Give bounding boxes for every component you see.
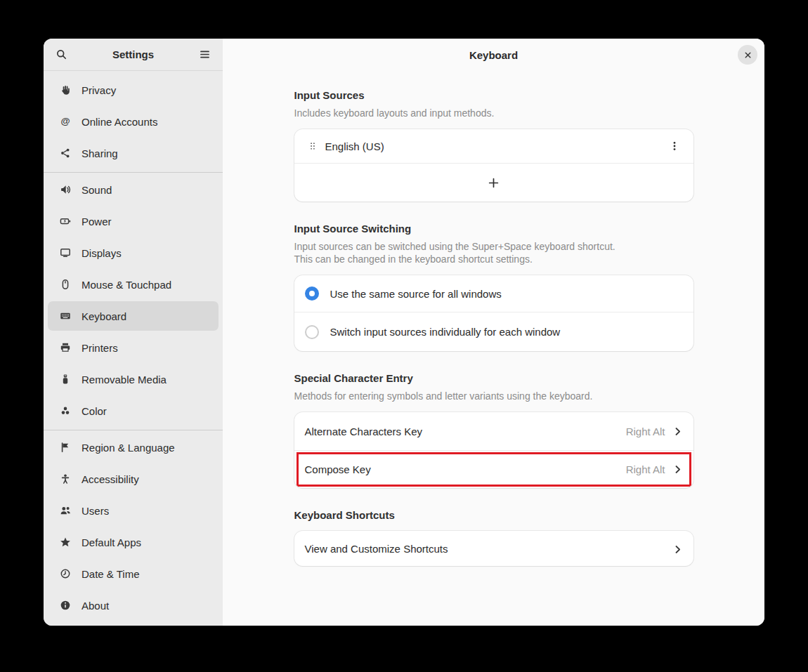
- option-same-source-all-windows[interactable]: Use the same source for all windows: [294, 275, 693, 312]
- section-heading: Input Sources: [294, 89, 693, 101]
- sidebar-item-privacy[interactable]: Privacy: [48, 75, 219, 105]
- sidebar-item-displays[interactable]: Displays: [48, 238, 219, 268]
- sidebar-item-label: Displays: [82, 247, 122, 259]
- monitor-icon: [60, 247, 71, 258]
- panel-content: Input Sources Includes keyboard layouts …: [223, 71, 764, 626]
- sidebar-item-label: Default Apps: [82, 536, 141, 548]
- battery-icon: [60, 216, 71, 227]
- sidebar-item-default-apps[interactable]: Default Apps: [48, 527, 219, 557]
- sidebar-nav: Privacy Online Accounts Sharing Sound Po…: [44, 71, 223, 626]
- alternate-characters-key-row[interactable]: Alternate Characters Key Right Alt: [294, 412, 693, 450]
- sidebar-item-printers[interactable]: Printers: [48, 333, 219, 362]
- sidebar-item-removable-media[interactable]: Removable Media: [48, 364, 219, 394]
- sidebar-item-label: About: [82, 600, 109, 612]
- chevron-right-icon: [672, 464, 683, 475]
- compose-key-row[interactable]: Compose Key Right Alt: [294, 450, 693, 488]
- at-icon: [60, 116, 71, 127]
- input-sources-card: English (US): [294, 129, 693, 202]
- gnome-settings-window: Settings Privacy Online Accounts Sharing…: [44, 39, 764, 626]
- sidebar-item-region-language[interactable]: Region & Language: [48, 433, 219, 462]
- accessibility-icon: [60, 473, 71, 485]
- star-icon: [60, 536, 71, 548]
- info-icon: [60, 600, 71, 611]
- section-heading: Special Character Entry: [294, 372, 693, 384]
- speaker-icon: [60, 184, 71, 195]
- section-description-line1: Input sources can be switched using the …: [294, 240, 693, 253]
- color-icon: [60, 405, 71, 416]
- desktop-background: Settings Privacy Online Accounts Sharing…: [0, 0, 808, 672]
- plus-icon: [488, 177, 500, 189]
- clock-icon: [60, 568, 71, 579]
- close-button[interactable]: [738, 45, 757, 65]
- chevron-right-icon: [672, 543, 683, 554]
- sidebar-item-sharing[interactable]: Sharing: [48, 138, 219, 168]
- settings-sidebar: Settings Privacy Online Accounts Sharing…: [44, 39, 223, 626]
- sidebar-item-mouse-touchpad[interactable]: Mouse & Touchpad: [48, 270, 219, 299]
- sidebar-item-label: Region & Language: [82, 442, 175, 454]
- sidebar-item-power[interactable]: Power: [48, 206, 219, 236]
- hand-icon: [60, 84, 71, 95]
- keyboard-shortcuts-card: View and Customize Shortcuts: [294, 531, 693, 566]
- close-icon: [743, 51, 752, 60]
- sidebar-item-keyboard[interactable]: Keyboard: [48, 301, 219, 331]
- sidebar-item-label: Keyboard: [82, 310, 126, 322]
- hamburger-menu-icon: [199, 48, 211, 60]
- section-heading: Input Source Switching: [294, 223, 693, 235]
- printer-icon: [60, 342, 71, 353]
- row-value: Right Alt: [626, 426, 665, 437]
- section-description: Includes keyboard layouts and input meth…: [294, 107, 693, 119]
- sidebar-headerbar: Settings: [44, 39, 223, 71]
- switching-options-card: Use the same source for all windows Swit…: [294, 275, 693, 351]
- sidebar-item-label: Accessibility: [82, 473, 139, 485]
- sidebar-item-label: Online Accounts: [82, 116, 157, 128]
- sidebar-item-sound[interactable]: Sound: [48, 175, 219, 204]
- keyboard-panel: Keyboard Input Sources Includes keyboard…: [223, 39, 764, 626]
- radio-button[interactable]: [305, 286, 319, 301]
- special-character-entry-section: Special Character Entry Methods for ente…: [294, 372, 693, 488]
- flag-icon: [60, 442, 71, 453]
- input-source-row-english-us: English (US): [294, 129, 693, 163]
- sidebar-title: Settings: [70, 48, 196, 60]
- keyboard-icon: [60, 310, 71, 322]
- sidebar-item-about[interactable]: About: [48, 591, 219, 620]
- sidebar-item-label: Users: [82, 505, 109, 517]
- row-value: Right Alt: [626, 463, 665, 475]
- section-description-line2: This can be changed in the keyboard shor…: [294, 253, 693, 265]
- sidebar-item-label: Power: [82, 216, 112, 228]
- keyboard-shortcuts-section: Keyboard Shortcuts View and Customize Sh…: [294, 509, 693, 566]
- chevron-right-icon: [672, 426, 683, 437]
- search-icon: [56, 48, 67, 60]
- panel-headerbar: Keyboard: [223, 39, 764, 71]
- share-icon: [60, 147, 71, 159]
- option-switch-per-window[interactable]: Switch input sources individually for ea…: [294, 312, 693, 351]
- section-heading: Keyboard Shortcuts: [294, 509, 693, 521]
- sidebar-item-label: Date & Time: [82, 568, 140, 580]
- sidebar-item-label: Privacy: [82, 84, 116, 96]
- view-customize-shortcuts-row[interactable]: View and Customize Shortcuts: [294, 531, 693, 566]
- add-input-source-button[interactable]: [294, 163, 693, 202]
- section-description: Methods for entering symbols and letter …: [294, 390, 693, 402]
- input-source-options-button[interactable]: [666, 138, 683, 154]
- users-icon: [60, 505, 71, 516]
- sidebar-item-label: Removable Media: [82, 374, 167, 386]
- sidebar-item-label: Sound: [82, 184, 112, 196]
- input-source-label: English (US): [325, 140, 384, 152]
- sidebar-separator: [44, 172, 223, 173]
- sidebar-item-users[interactable]: Users: [48, 496, 219, 525]
- sidebar-item-color[interactable]: Color: [48, 396, 219, 426]
- drag-handle-icon[interactable]: [305, 138, 320, 154]
- input-sources-section: Input Sources Includes keyboard layouts …: [294, 89, 693, 202]
- sidebar-item-label: Mouse & Touchpad: [82, 279, 171, 291]
- mouse-icon: [60, 279, 71, 290]
- search-button[interactable]: [53, 46, 70, 63]
- page-title: Keyboard: [469, 49, 518, 61]
- sidebar-item-accessibility[interactable]: Accessibility: [48, 464, 219, 494]
- kebab-menu-icon: [669, 140, 680, 152]
- sidebar-item-label: Printers: [82, 342, 118, 354]
- sidebar-item-label: Color: [82, 405, 107, 417]
- sidebar-item-date-time[interactable]: Date & Time: [48, 559, 219, 588]
- radio-button[interactable]: [305, 325, 319, 339]
- sidebar-item-online-accounts[interactable]: Online Accounts: [48, 107, 219, 136]
- main-menu-button[interactable]: [196, 46, 214, 63]
- sidebar-item-label: Sharing: [82, 147, 118, 159]
